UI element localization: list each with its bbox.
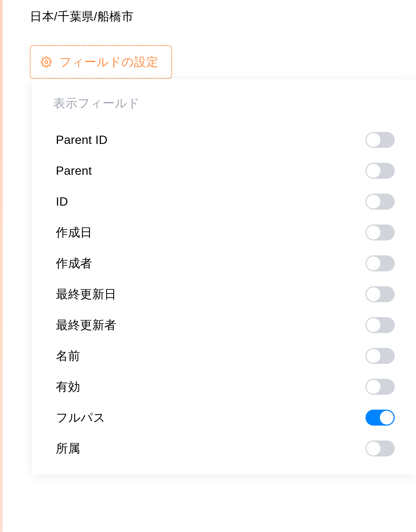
toggle-knob (367, 226, 380, 239)
field-row: 作成者 (32, 248, 416, 279)
field-label: Parent ID (56, 133, 108, 147)
toggle-knob (380, 411, 394, 425)
breadcrumb: 日本/千葉県/船橋市 (30, 9, 134, 24)
field-row: Parent (32, 155, 416, 186)
field-toggle[interactable] (365, 132, 395, 148)
toggle-knob (367, 380, 380, 394)
toggle-knob (367, 349, 380, 363)
left-accent-bar (0, 0, 3, 532)
field-row: 作成日 (32, 217, 416, 248)
gear-icon (41, 56, 52, 68)
field-settings-panel: 表示フィールド Parent IDParentID作成日作成者最終更新日最終更新… (32, 79, 416, 475)
field-toggle[interactable] (365, 255, 395, 271)
field-settings-button[interactable]: フィールドの設定 (30, 45, 172, 79)
field-row: フルパス (32, 402, 416, 433)
toggle-knob (367, 318, 380, 332)
field-row: 有効 (32, 371, 416, 402)
field-toggle[interactable] (365, 410, 395, 426)
toggle-knob (367, 442, 380, 455)
field-label: 作成日 (56, 225, 92, 240)
field-label: 所属 (56, 440, 80, 456)
field-toggle[interactable] (365, 194, 395, 210)
field-row: Parent ID (32, 124, 416, 155)
field-toggle[interactable] (365, 348, 395, 364)
field-label: 最終更新日 (56, 286, 117, 302)
toggle-knob (367, 256, 380, 270)
field-toggle[interactable] (365, 286, 395, 302)
panel-header: 表示フィールド (32, 95, 416, 111)
toggle-knob (367, 195, 380, 209)
field-row: 所属 (32, 433, 416, 464)
field-toggle[interactable] (365, 225, 395, 240)
field-settings-label: フィールドの設定 (59, 54, 159, 70)
fields-container: Parent IDParentID作成日作成者最終更新日最終更新者名前有効フルパ… (32, 124, 416, 464)
field-row: 最終更新者 (32, 310, 416, 340)
field-label: 有効 (56, 379, 80, 395)
toggle-knob (367, 133, 380, 147)
field-label: 作成者 (56, 255, 92, 271)
svg-point-0 (45, 61, 48, 64)
field-label: Parent (56, 164, 92, 178)
field-label: 名前 (56, 348, 80, 364)
toggle-knob (367, 164, 380, 178)
field-toggle[interactable] (365, 440, 395, 456)
field-label: フルパス (56, 410, 105, 426)
field-label: 最終更新者 (56, 317, 117, 333)
field-toggle[interactable] (365, 379, 395, 395)
field-row: 名前 (32, 340, 416, 371)
field-toggle[interactable] (365, 163, 395, 179)
field-row: ID (32, 186, 416, 217)
field-row: 最終更新日 (32, 279, 416, 310)
field-toggle[interactable] (365, 317, 395, 333)
toggle-knob (367, 287, 380, 301)
field-label: ID (56, 195, 68, 209)
